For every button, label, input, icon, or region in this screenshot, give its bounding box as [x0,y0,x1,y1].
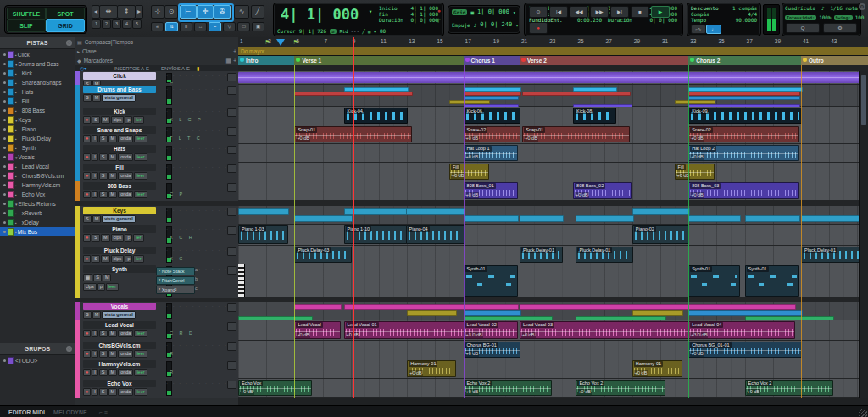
vista-general-button[interactable]: vista general [102,215,136,223]
clip-lead-vocal-01[interactable]: Lead Vocal-01+0 dB [344,321,465,339]
clip-harmony-01[interactable]: Harmony-01+0 dB [632,360,682,377]
vista-general-button[interactable]: vista general [102,311,136,319]
clip-lead-vocal-02[interactable]: Lead Vocal-02+3.0 dB [464,321,518,339]
default-velocity[interactable]: 80 [380,28,386,34]
vista-general-button[interactable]: vista general [102,94,136,102]
marker-chorus-2[interactable]: Chorus 2 [688,56,802,65]
meter-value[interactable]: 4/4 [748,11,757,17]
track-button-S[interactable]: S [83,94,92,102]
track-output-icon[interactable] [227,127,236,136]
pencil-mini-icon[interactable]: ╱ ▥ ▾ [362,29,376,34]
zoom-preset-3[interactable]: 3 [112,19,121,29]
insert-slot-dots[interactable]: · · · · · · · · · · [166,322,228,327]
clip-hat-loop-2[interactable]: Hat Loop 2+0 dB [688,145,798,161]
track-output-icon[interactable] [227,381,236,389]
record-button[interactable]: ● [529,22,548,34]
track-visibility-dot[interactable] [3,165,6,168]
track-output-icon[interactable] [227,266,236,275]
marker-outro[interactable]: Outro [801,56,868,65]
track-output-icon[interactable] [227,183,236,192]
track-name-pluck[interactable]: Pluck Delay [83,247,156,254]
clip-snap-01[interactable]: Snap-01+0 dB [294,126,412,142]
lane-lead[interactable]: Lead Vocal+0 dBLead Vocal-01+0 dBLead Vo… [238,320,868,341]
track-button-leer[interactable]: leer [134,191,147,198]
meter-label[interactable]: Compás [691,11,709,17]
lane-keys[interactable] [238,206,868,225]
record-enable-icon[interactable]: ● [437,8,441,14]
clip-chorus-bg-01[interactable]: Chorus BG-01+0 dB [464,342,520,358]
clip-808-bass-02[interactable]: 808 Bass_02+0 dB [573,182,632,199]
track-button-ler[interactable]: ler [133,255,143,263]
edit-option-icon-1[interactable]: ⇅ [165,22,178,31]
clip-synth-01[interactable]: Synth-01 [688,265,740,297]
track-button-S[interactable]: S [83,311,92,319]
sidebar-item-kick[interactable]: ▪Kick [0,69,75,78]
track-button-leer[interactable]: leer [106,283,119,291]
swing-value[interactable]: 100 [855,14,865,20]
clip-lead-vocal-04[interactable]: Lead Vocal-04+3.0 dB [688,321,795,339]
sidebar-item-synth[interactable]: ▪Synth [0,143,75,153]
gotoend-button[interactable]: ▶| [610,6,629,18]
track-button-rec[interactable]: ● [83,191,91,198]
clip-pluck-delay-01[interactable]: Pluck Delay-01 [576,247,632,263]
track-button-p[interactable]: p [125,116,132,124]
track-name-drums[interactable]: Drums and Bass [83,86,156,93]
track-name-keys[interactable]: Keys [83,207,156,214]
zoom-preset-2[interactable]: 2 [102,19,111,29]
track-visibility-dot[interactable] [3,175,6,177]
clip-kick-06[interactable]: Kick-06 [464,108,520,124]
nudge-caret-icon[interactable]: ▾ [515,22,519,28]
scrubber-tool-icon[interactable]: ∿ [234,5,249,19]
edit-option-icon-4[interactable]: ~ [209,22,221,31]
track-output-icon[interactable] [227,303,236,312]
group-item-todo[interactable]: <TODO> [0,356,75,365]
track-button-onda[interactable]: onda [118,153,133,161]
track-name-click[interactable]: Click [83,72,156,80]
track-button-I[interactable]: I [92,330,98,337]
edit-option-icon-5[interactable]: ▽ [223,22,236,31]
main-counter[interactable]: 4| 1| 000 [281,6,359,23]
edit-option-icon-7[interactable]: ▣ [252,22,264,31]
lane-harmony[interactable]: Harmony-01+0 dBHarmony-01+0 dB [238,359,868,379]
clip-synth-01[interactable]: Synth-01 [745,265,799,297]
insert-slot-dots[interactable]: · · · · · · · · · · [166,342,228,348]
track-button-rec[interactable]: ● [83,330,91,337]
track-name-lead[interactable]: Lead Vocal [83,321,156,329]
track-visibility-dot[interactable] [3,193,6,196]
track-visibility-dot[interactable] [3,81,6,84]
track-button-onda[interactable]: onda [118,330,133,337]
clip-echo-vox[interactable]: Echo Vox+0 dB [238,380,312,396]
track-button-S[interactable]: S [99,153,108,161]
clock-icon[interactable]: ◷▾ [80,65,86,71]
insert-slot-dots[interactable]: · · · · · · · · · · [166,247,228,253]
track-button-I[interactable]: I [92,153,98,161]
track-button-leer[interactable]: leer [134,388,147,396]
lane-drums[interactable] [238,85,868,107]
track-visibility-dot[interactable] [3,156,6,158]
key-signature-band[interactable]: Do mayor [238,47,868,56]
clip-fill[interactable]: Fill+0 dB [449,164,489,180]
clip-snare-02[interactable]: Snare-02+0 dB [688,126,798,142]
key-add-icon[interactable]: + [233,48,236,54]
track-button-ler[interactable]: ler [133,116,143,124]
track-button-I[interactable]: I [92,350,98,358]
insert-slot-dots[interactable]: · · · · · · · · · · [166,146,228,151]
track-name-synth[interactable]: Synth [83,265,156,273]
insert-slot-dots[interactable]: · · · · · · · · · · [166,183,228,188]
clip-echo-vox-2[interactable]: Echo Vox 2+0 dB [745,380,833,396]
clip-echo-vox-2[interactable]: Echo Vox 2+0 dB [464,380,552,396]
track-button-S[interactable]: S [92,116,100,124]
edit-option-icon-6[interactable]: ▭ [237,22,250,31]
track-color-tab[interactable] [75,206,80,225]
track-output-icon[interactable] [227,247,236,256]
clip-kick-04[interactable]: Kick-04 [344,108,409,124]
track-visibility-dot[interactable] [3,221,6,224]
track-button-M[interactable]: M [108,172,118,180]
sidebar-item-harmnyvcls-cm[interactable]: ▪HarmnyVcls.cm [0,181,75,190]
lane-click[interactable] [238,71,868,85]
track-output-icon[interactable] [227,108,236,117]
track-output-icon[interactable] [227,86,236,95]
clip-piano-1-10[interactable]: Piano 1-10 [344,225,407,244]
cuadricula-label[interactable]: Cuadrícula [785,5,815,11]
track-button-rec[interactable]: ● [83,153,91,161]
